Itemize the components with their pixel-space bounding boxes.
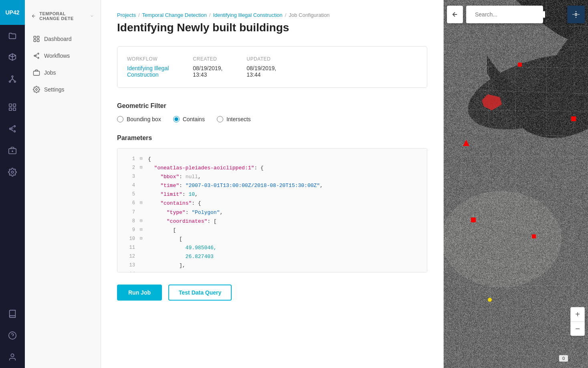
info-workflow: Workflow Identifying IllegalConstruction <box>127 56 169 78</box>
radio-bbox-input[interactable] <box>117 116 123 122</box>
code-line-13: 13 · ], <box>124 261 420 270</box>
map-marker-triangle-1 <box>463 140 469 148</box>
geometric-filter-title: Geometric Filter <box>117 102 427 110</box>
content-area: Projects / Temporal Change Detection / I… <box>101 0 443 368</box>
sub-nav: TEMPORAL CHANGE DETE Dashboard Workflows… <box>25 0 101 368</box>
svg-point-25 <box>36 89 38 91</box>
breadcrumb-tcd[interactable]: Temporal Change Detection <box>142 12 207 18</box>
map-zoom-in-button[interactable]: + <box>570 307 585 321</box>
radio-bbox-label: Bounding box <box>127 116 161 122</box>
svg-rect-31 <box>571 116 576 121</box>
svg-point-2 <box>14 81 16 83</box>
nav-workflows[interactable]: Workflows <box>25 47 101 64</box>
breadcrumb: Projects / Temporal Change Detection / I… <box>117 12 427 18</box>
code-line-4: 4 · "time": "2007-03-01T13:00:00Z/2018-0… <box>124 181 420 190</box>
code-line-5: 5 · "limit": 10, <box>124 190 420 199</box>
radio-bounding-box[interactable]: Bounding box <box>117 116 161 122</box>
code-line-2: 2 ⊟ "oneatlas-pleiades-aoiclipped:1": { <box>124 164 420 173</box>
breadcrumb-illegal[interactable]: Identifying Illegal Construction <box>213 12 282 18</box>
map-search-input[interactable] <box>475 11 545 18</box>
radio-contains[interactable]: Contains <box>173 116 205 122</box>
map-locate-button[interactable] <box>567 6 585 23</box>
map-marker-dot-4 <box>532 233 536 240</box>
radio-contains-input[interactable] <box>173 116 180 122</box>
left-area: TEMPORAL CHANGE DETE Dashboard Workflows… <box>25 0 444 368</box>
created-value: 08/19/2019,13:43 <box>193 65 222 78</box>
code-line-3: 3 · "bbox": null, <box>124 173 420 181</box>
sidebar-item-docs[interactable] <box>0 303 25 325</box>
workflow-label: Workflow <box>127 56 169 62</box>
logo-text: UP42 <box>5 9 19 16</box>
code-line-9: 9 ⊟ [ <box>124 226 420 235</box>
code-line-14: 14 ⊟ [ <box>124 270 420 272</box>
sidebar-item-settings[interactable] <box>0 161 25 183</box>
map-marker-dot-3 <box>471 217 476 224</box>
geometric-filter: Geometric Filter Bounding box Contains I… <box>117 102 427 122</box>
svg-rect-33 <box>532 234 536 238</box>
nav-jobs[interactable]: Jobs <box>25 64 101 81</box>
code-line-11: 11 · 49.985046, <box>124 244 420 252</box>
test-data-query-button[interactable]: Test Data Query <box>168 285 232 301</box>
nav-workflows-label: Workflows <box>44 53 70 59</box>
svg-rect-30 <box>518 63 522 67</box>
breadcrumb-projects[interactable]: Projects <box>117 12 136 18</box>
nav-dashboard[interactable]: Dashboard <box>25 30 101 47</box>
updated-value: 08/19/2019,13:44 <box>247 65 276 78</box>
radio-contains-label: Contains <box>183 116 205 122</box>
svg-rect-6 <box>13 108 16 110</box>
svg-point-0 <box>12 76 13 77</box>
svg-point-16 <box>11 354 14 357</box>
app-logo[interactable]: UP42 <box>0 0 25 25</box>
search-bar-container <box>466 6 543 23</box>
sidebar-item-dashboard[interactable] <box>0 96 25 118</box>
map-zoom-out-button[interactable]: − <box>570 321 585 336</box>
svg-point-22 <box>34 55 35 57</box>
nav-dashboard-label: Dashboard <box>44 36 72 42</box>
created-label: Created <box>193 56 222 62</box>
svg-rect-20 <box>37 40 39 42</box>
breadcrumb-job-config: Job Configuration <box>289 12 329 18</box>
map-marker-dot-2 <box>571 116 576 123</box>
svg-rect-17 <box>34 36 36 38</box>
map-zoom-controls: + − <box>570 307 585 336</box>
nav-settings[interactable]: Settings <box>25 81 101 98</box>
sidebar-item-user[interactable] <box>0 346 25 368</box>
svg-point-8 <box>10 128 11 130</box>
svg-rect-5 <box>9 108 12 110</box>
code-block[interactable]: 1 ⊟ { 2 ⊟ "oneatlas-pleiades-aoiclipped:… <box>117 148 427 272</box>
radio-intersects-label: Intersects <box>226 116 251 122</box>
svg-rect-24 <box>34 71 40 75</box>
code-line-12: 12 · 26.827403 <box>124 252 420 261</box>
sidebar-item-workflows[interactable] <box>0 118 25 140</box>
map-scale: 0 <box>559 355 568 362</box>
sidebar-item-cube[interactable] <box>0 47 25 68</box>
breadcrumb-sep-1: / <box>138 12 140 18</box>
map-yellow-marker <box>488 298 492 302</box>
breadcrumb-sep-2: / <box>209 12 211 18</box>
code-line-1: 1 ⊟ { <box>124 155 420 164</box>
radio-group: Bounding box Contains Intersects <box>117 116 427 122</box>
map-back-button[interactable] <box>447 6 463 23</box>
radio-intersects-input[interactable] <box>217 116 223 122</box>
svg-marker-28 <box>482 94 502 110</box>
button-row: Run Job Test Data Query <box>117 285 427 301</box>
parameters-title: Parameters <box>117 134 427 142</box>
breadcrumb-sep-3: / <box>285 12 287 18</box>
sidebar-item-folders[interactable] <box>0 25 25 47</box>
radio-intersects[interactable]: Intersects <box>217 116 251 122</box>
svg-point-23 <box>38 57 39 59</box>
sidebar-item-jobs[interactable] <box>0 140 25 161</box>
code-line-10: 10 ⊟ [ <box>124 235 420 244</box>
project-name: TEMPORAL CHANGE DETE <box>39 11 87 21</box>
sidebar-item-help[interactable] <box>0 325 25 346</box>
map-marker-polygon <box>480 92 504 114</box>
svg-point-13 <box>11 171 14 173</box>
sidebar-item-network[interactable] <box>0 68 25 90</box>
map-marker-dot-1 <box>518 61 522 68</box>
main-panel: Projects / Temporal Change Detection / I… <box>101 0 444 368</box>
svg-rect-3 <box>9 104 12 106</box>
svg-point-14 <box>9 332 16 339</box>
updated-label: Updated <box>247 56 276 62</box>
run-job-button[interactable]: Run Job <box>117 285 162 301</box>
svg-point-9 <box>14 131 16 132</box>
